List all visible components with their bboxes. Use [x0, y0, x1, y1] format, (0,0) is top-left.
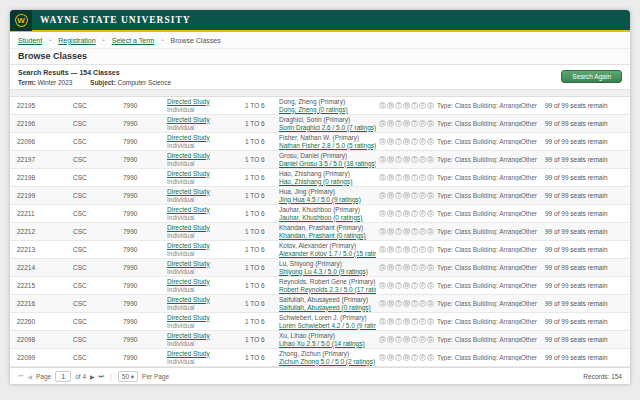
- instructor-rating-link[interactable]: Dong, Zheng (0 ratings): [279, 106, 373, 114]
- breadcrumb-student[interactable]: Student: [18, 37, 42, 44]
- day-sunday-icon: S: [379, 192, 386, 199]
- meeting-text: Type: Class Building: Arranged Building …: [437, 336, 521, 343]
- breadcrumb-registration[interactable]: Registration: [58, 37, 95, 44]
- crn-cell[interactable]: 22214: [14, 264, 70, 271]
- crn-cell[interactable]: 22260: [14, 318, 70, 325]
- instructor-rating-link[interactable]: Khandan, Prashant (0 ratings): [279, 232, 373, 240]
- meeting-text: Type: Class Building: Arranged Building …: [437, 138, 521, 145]
- meeting-other: Other: [521, 246, 539, 253]
- crn-cell[interactable]: 22197: [14, 156, 70, 163]
- day-saturday-icon: S: [427, 336, 434, 343]
- day-friday-icon: F: [419, 192, 426, 199]
- title-cell: Directed Study Individual: [164, 260, 242, 276]
- crn-cell[interactable]: 22199: [14, 192, 70, 199]
- course-title-link[interactable]: Directed Study: [167, 98, 239, 106]
- subject-cell: CSC: [70, 318, 120, 325]
- instructor-rating-link[interactable]: Lihao Xu 2.5 / 5.0 (14 ratings): [279, 340, 373, 348]
- subject-cell: CSC: [70, 174, 120, 181]
- crn-cell[interactable]: 22216: [14, 300, 70, 307]
- course-title-link[interactable]: Directed Study: [167, 260, 239, 268]
- instructor-rating-link[interactable]: Hao, Zhishang (0 ratings): [279, 178, 373, 186]
- day-circles: S M T W T F S: [379, 246, 434, 253]
- instructor-rating-link[interactable]: Saifullah, Abusayeed (0 ratings): [279, 304, 373, 312]
- crn-cell[interactable]: 22212: [14, 228, 70, 235]
- instructor-rating-link[interactable]: Nathan Fisher 2.8 / 5.0 (5 ratings): [279, 142, 373, 150]
- crn-cell[interactable]: 22198: [14, 174, 70, 181]
- instructor-cell: Schwiebert, Loren J. (Primary) Loren Sch…: [276, 314, 376, 330]
- day-friday-icon: F: [419, 156, 426, 163]
- day-tuesday-icon: T: [395, 210, 402, 217]
- meeting-times-cell: S M T W T F S Type: Class Building: Arra…: [376, 228, 542, 235]
- day-thursday-icon: T: [411, 210, 418, 217]
- instructor-rating-link[interactable]: Jing Hua 4.5 / 5.0 (9 ratings): [279, 196, 373, 204]
- course-number-cell: 7990: [120, 174, 164, 181]
- breadcrumb-current: Browse Classes: [171, 37, 221, 44]
- day-friday-icon: F: [419, 300, 426, 307]
- meeting-times-cell: S M T W T F S Type: Class Building: Arra…: [376, 318, 542, 325]
- instructor-rating-link[interactable]: Sorin Draghici 2.6 / 5.0 (7 ratings): [279, 124, 373, 132]
- crn-cell[interactable]: 22215: [14, 282, 70, 289]
- day-wednesday-icon: W: [403, 354, 410, 361]
- status-cell: 99 of 99 seats remain: [542, 120, 626, 127]
- first-page-icon[interactable]: ⏮: [18, 373, 23, 380]
- crn-cell[interactable]: 22196: [14, 120, 70, 127]
- breadcrumb-separator-icon: •: [103, 37, 105, 43]
- day-saturday-icon: S: [427, 156, 434, 163]
- crn-cell[interactable]: 22098: [14, 336, 70, 343]
- instructor-rating-link[interactable]: Shiyong Lu 4.3 / 5.0 (9 ratings): [279, 268, 373, 276]
- hours-cell: 1 TO 6: [242, 264, 276, 271]
- day-sunday-icon: S: [379, 210, 386, 217]
- next-page-icon[interactable]: ▶: [90, 373, 95, 380]
- day-sunday-icon: S: [379, 120, 386, 127]
- course-title-link[interactable]: Directed Study: [167, 332, 239, 340]
- meeting-times-cell: S M T W T F S Type: Class Building: Arra…: [376, 210, 542, 217]
- course-title-link[interactable]: Directed Study: [167, 134, 239, 142]
- search-again-button[interactable]: Search Again: [561, 70, 622, 83]
- instructor-cell: Saifullah, Abusayeed (Primary) Saifullah…: [276, 296, 376, 312]
- class-row: 22212 CSC 7990 Directed Study Individual…: [10, 223, 630, 241]
- day-friday-icon: F: [419, 264, 426, 271]
- title-cell: Directed Study Individual: [164, 116, 242, 132]
- course-title-link[interactable]: Directed Study: [167, 224, 239, 232]
- day-friday-icon: F: [419, 318, 426, 325]
- crn-cell[interactable]: 22096: [14, 138, 70, 145]
- day-tuesday-icon: T: [395, 300, 402, 307]
- schedule-type: Individual: [167, 286, 239, 294]
- crn-cell[interactable]: 22213: [14, 246, 70, 253]
- course-title-link[interactable]: Directed Study: [167, 188, 239, 196]
- instructor-rating-link[interactable]: Jauhar, Khushboo (0 ratings): [279, 214, 373, 222]
- instructor-rating-link[interactable]: Alexander Kotov 1.7 / 5.0 (15 ratings): [279, 250, 373, 258]
- instructor-rating-link[interactable]: Daniel Grosu 3.5 / 5.0 (18 ratings): [279, 160, 373, 168]
- breadcrumb: Student • Registration • Select a Term •…: [10, 32, 630, 49]
- meeting-times-cell: S M T W T F S Type: Class Building: Arra…: [376, 336, 542, 343]
- course-title-link[interactable]: Directed Study: [167, 350, 239, 358]
- prev-page-icon[interactable]: ◀: [27, 373, 32, 380]
- crn-cell[interactable]: 22211: [14, 210, 70, 217]
- course-title-link[interactable]: Directed Study: [167, 314, 239, 322]
- day-monday-icon: M: [387, 210, 394, 217]
- course-title-link[interactable]: Directed Study: [167, 296, 239, 304]
- crn-cell[interactable]: 22099: [14, 354, 70, 361]
- course-title-link[interactable]: Directed Study: [167, 278, 239, 286]
- instructor-name: Schwiebert, Loren J. (Primary): [279, 314, 373, 322]
- breadcrumb-select-a-term[interactable]: Select a Term: [112, 37, 155, 44]
- day-tuesday-icon: T: [395, 264, 402, 271]
- page-number-input[interactable]: [55, 371, 71, 382]
- meeting-text: Type: Class Building: Arranged Building …: [437, 210, 521, 217]
- course-title-link[interactable]: Directed Study: [167, 116, 239, 124]
- course-title-link[interactable]: Directed Study: [167, 206, 239, 214]
- last-page-icon[interactable]: ⏭: [99, 373, 104, 380]
- search-summary-text: Search Results — 154 Classes Term: Winte…: [18, 68, 171, 88]
- schedule-type: Individual: [167, 106, 239, 114]
- course-title-link[interactable]: Directed Study: [167, 170, 239, 178]
- day-thursday-icon: T: [411, 282, 418, 289]
- course-title-link[interactable]: Directed Study: [167, 242, 239, 250]
- page-of-label: of 4: [75, 373, 86, 380]
- per-page-select[interactable]: 50 ▾: [118, 371, 138, 382]
- instructor-rating-link[interactable]: Robert Reynolds 2.3 / 5.0 (17 ratings): [279, 286, 373, 294]
- instructor-rating-link[interactable]: Zichun Zhong 5.0 / 5.0 (2 ratings): [279, 358, 373, 366]
- instructor-rating-link[interactable]: Loren Schwiebert 4.2 / 5.0 (9 ratings): [279, 322, 373, 330]
- subject-cell: CSC: [70, 120, 120, 127]
- course-title-link[interactable]: Directed Study: [167, 152, 239, 160]
- crn-cell[interactable]: 22195: [14, 102, 70, 109]
